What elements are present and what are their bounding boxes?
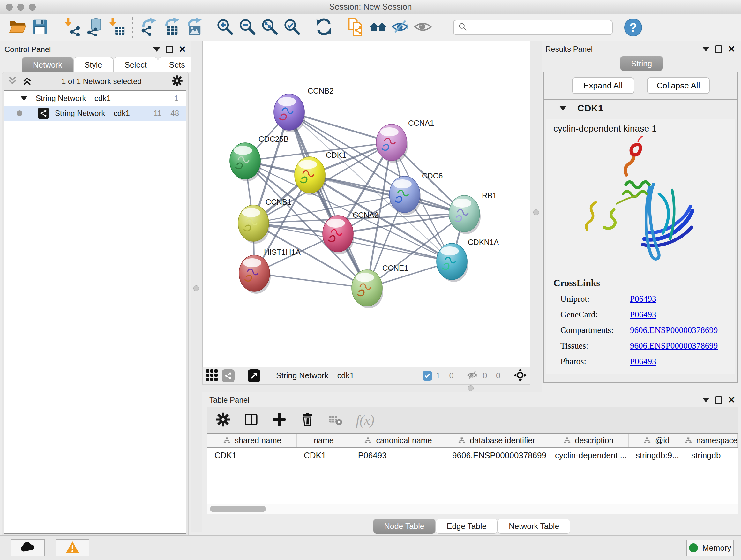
search-input[interactable]	[470, 23, 608, 32]
center-network-crosshair-icon[interactable]	[514, 368, 527, 383]
cell-shared-name[interactable]: CDK1	[207, 448, 297, 462]
expand-all-networks-icon[interactable]	[22, 76, 32, 87]
tab-network[interactable]: Network	[22, 57, 73, 72]
collapse-all-networks-icon[interactable]	[7, 76, 17, 87]
export-image-button[interactable]	[182, 16, 204, 39]
network-node-cdkn1a[interactable]: CDKN1A	[436, 238, 499, 282]
delete-column-icon[interactable]	[300, 412, 315, 428]
tab-select[interactable]: Select	[113, 57, 158, 72]
zoom-out-button[interactable]	[236, 16, 259, 39]
cloud-status-button[interactable]	[11, 539, 45, 557]
float-panel-icon[interactable]	[715, 45, 722, 53]
question-mark-icon: ?	[629, 21, 636, 35]
network-options-gear-icon[interactable]	[171, 75, 183, 88]
tab-network-table[interactable]: Network Table	[497, 519, 570, 534]
open-in-window-icon[interactable]	[248, 369, 260, 382]
network-node-hist1h1a[interactable]: HIST1H1A	[239, 248, 300, 294]
import-network-button[interactable]	[61, 16, 83, 39]
network-node-rb1[interactable]: RB1	[449, 191, 497, 234]
column-header-shared-name[interactable]: shared name	[207, 434, 297, 447]
save-session-button[interactable]	[29, 16, 51, 39]
tab-string[interactable]: String	[620, 56, 663, 71]
network-node-cdc6[interactable]: CDC6	[389, 172, 443, 215]
tab-node-table[interactable]: Node Table	[373, 519, 435, 534]
cell-description[interactable]: cyclin-dependent ...	[548, 448, 629, 462]
network-node-ccna2[interactable]: CCNA2	[323, 211, 379, 254]
column-header-namespace[interactable]: namespace	[684, 434, 738, 447]
cell-canonical-name[interactable]: P06493	[351, 448, 445, 462]
node-table[interactable]: shared name name canonical name database…	[207, 433, 738, 514]
column-header-name[interactable]: name	[297, 434, 351, 447]
float-panel-icon[interactable]	[715, 396, 722, 404]
cell-database-identifier[interactable]: 9606.ENSP00000378699	[445, 448, 548, 462]
collapse-all-button[interactable]: Collapse All	[647, 77, 710, 94]
gene-description: cyclin-dependent kinase 1	[553, 124, 735, 134]
cell-name[interactable]: CDK1	[297, 448, 351, 462]
node-label: CDC25B	[259, 135, 289, 143]
network-collection-row[interactable]: String Network – cdk1 1	[4, 91, 186, 106]
hidden-eye-slash-icon[interactable]	[467, 370, 479, 381]
genecard-link[interactable]: P06493	[630, 310, 657, 320]
cell-id[interactable]: stringdb:9...	[629, 448, 684, 462]
import-network-from-database-button[interactable]	[83, 16, 105, 39]
network-tree: String Network – cdk1 1 String Network –…	[4, 90, 186, 534]
warnings-button[interactable]	[56, 539, 89, 557]
memory-button[interactable]: Memory	[686, 540, 734, 556]
scrollbar-thumb[interactable]	[210, 506, 266, 512]
tissues-link[interactable]: 9606.ENSP00000378699	[630, 341, 718, 351]
gene-section-header[interactable]: CDK1	[544, 100, 737, 118]
network-share-icon[interactable]	[222, 369, 234, 382]
add-column-icon[interactable]	[272, 412, 287, 428]
birdseye-grid-icon[interactable]	[206, 369, 218, 382]
home-networks-button[interactable]	[367, 16, 389, 39]
close-panel-icon[interactable]: ✕	[179, 45, 186, 54]
show-columns-icon[interactable]	[244, 412, 259, 428]
column-header-database-identifier[interactable]: database identifier	[445, 434, 548, 447]
zoom-in-button[interactable]	[214, 16, 236, 39]
expand-all-button[interactable]: Expand All	[572, 77, 634, 94]
uniprot-link[interactable]: P06493	[630, 294, 657, 304]
compartments-link[interactable]: 9606.ENSP00000378699	[630, 325, 718, 335]
zoom-fit-button[interactable]	[259, 16, 281, 39]
cell-namespace[interactable]: stringdb	[684, 448, 738, 462]
collection-expand-icon[interactable]	[20, 96, 27, 101]
search-bar[interactable]	[453, 20, 613, 35]
float-panel-icon[interactable]	[166, 46, 173, 53]
column-header-description[interactable]: description	[548, 434, 629, 447]
panel-menu-icon[interactable]	[153, 47, 160, 52]
close-panel-icon[interactable]: ✕	[728, 45, 735, 54]
open-session-button[interactable]	[6, 16, 29, 39]
selected-node-edge-counts: 1 – 0	[436, 371, 454, 380]
network-graph[interactable]: CCNB2CCNA1CDC25BCDK1CDC6RB1CCNB1CCNA2CDK…	[203, 41, 531, 367]
panel-menu-icon[interactable]	[702, 47, 710, 51]
node-count: 11	[153, 109, 161, 118]
show-details-button[interactable]	[412, 16, 434, 39]
column-header-canonical-name[interactable]: canonical name	[351, 434, 445, 447]
network-node-cdc25b[interactable]: CDC25B	[230, 135, 289, 181]
panel-menu-icon[interactable]	[702, 398, 710, 402]
import-table-button[interactable]	[105, 16, 128, 39]
help-button[interactable]: ?	[624, 18, 642, 37]
left-splitter[interactable]	[191, 41, 202, 532]
section-expand-icon[interactable]	[559, 106, 566, 111]
selected-checkbox-icon[interactable]	[422, 371, 432, 381]
pharos-link[interactable]: P06493	[630, 357, 657, 367]
eye-slash-icon	[391, 17, 410, 37]
table-settings-gear-icon[interactable]	[215, 412, 231, 428]
column-header-id[interactable]: @id	[629, 434, 684, 447]
hide-details-button[interactable]	[389, 16, 412, 39]
network-row[interactable]: String Network – cdk1 11 48	[4, 106, 186, 121]
copy-network-button[interactable]	[345, 16, 367, 39]
refresh-icon	[315, 17, 333, 37]
close-panel-icon[interactable]: ✕	[728, 395, 735, 405]
tab-style[interactable]: Style	[73, 57, 114, 72]
export-network-button[interactable]	[137, 16, 159, 39]
export-table-button[interactable]	[159, 16, 182, 39]
refresh-button[interactable]	[313, 16, 335, 39]
network-node-ccne1[interactable]: CCNE1	[352, 264, 408, 308]
horizontal-scrollbar[interactable]	[207, 504, 738, 514]
table-row[interactable]: CDK1 CDK1 P06493 9606.ENSP00000378699 cy…	[207, 448, 738, 462]
zoom-selected-button[interactable]	[281, 16, 303, 39]
network-canvas[interactable]: CCNB2CCNA1CDC25BCDK1CDC6RB1CCNB1CCNA2CDK…	[202, 41, 530, 367]
tab-edge-table[interactable]: Edge Table	[435, 519, 498, 534]
